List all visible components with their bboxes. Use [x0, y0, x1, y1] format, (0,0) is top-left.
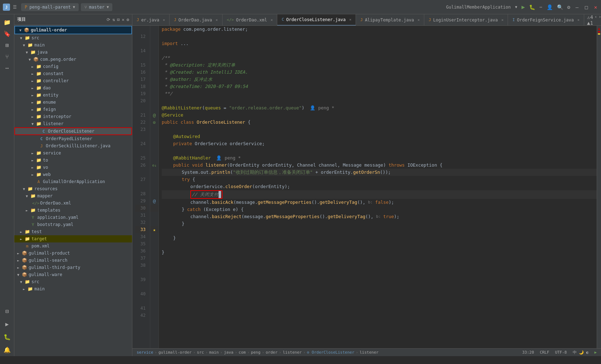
close-button[interactable]: ✕ [593, 5, 598, 10]
tree-item-templates[interactable]: ► 📁 templates [14, 207, 132, 214]
tab-left-arrow[interactable]: ‹ [595, 14, 597, 26]
charset[interactable]: UTF-8 [555, 350, 567, 355]
tree-item-controller[interactable]: ► 📁 controller [14, 77, 132, 84]
tree-item-gulimall-product[interactable]: ► 📦 gulimall-product [14, 250, 132, 257]
gutter-at-icon[interactable]: @ [150, 197, 158, 205]
tab-LoginUserInterceptor-close[interactable]: ✕ [501, 18, 503, 22]
tree-item-ware-main[interactable]: ► 📁 main [14, 285, 132, 292]
tab-er-java[interactable]: J er.java ✕ [132, 14, 170, 26]
tab-scroll-arrows[interactable]: ⚠4 ▲1 ‹ › ≡ [584, 14, 601, 26]
sidebar-project-icon[interactable]: 📁 [2, 17, 12, 27]
bc-src[interactable]: src [197, 350, 204, 355]
tree-item-service[interactable]: ► 📁 service [14, 149, 132, 157]
settings-tree-icon[interactable]: ⚙ [127, 17, 129, 22]
branch-tab[interactable]: ⑂ master ▼ [81, 3, 112, 11]
tree-item-gulimall-third-party[interactable]: ► 📦 gulimall-third-party [14, 264, 132, 271]
tree-item-feign[interactable]: ► 📁 feign [14, 106, 132, 113]
bc-gulimall-order[interactable]: gulimall-order [158, 350, 192, 355]
tree-item-vo[interactable]: ► 📁 vo [14, 164, 132, 171]
tab-OrderCloseListener-close[interactable]: ✕ [349, 18, 351, 21]
sidebar-notification-icon[interactable]: 🔔 [2, 345, 12, 355]
tab-OrderFeignService-java[interactable]: I OrderFeignService.java ✕ [508, 14, 584, 26]
tree-item-OrderSeckillListener[interactable]: ► J OrderSeckillListener.java [14, 142, 132, 149]
bc-main[interactable]: main [209, 350, 219, 355]
collapse-icon[interactable]: ⊟ [117, 17, 119, 22]
tab-OrderDao-xml[interactable]: </> OrderDao.xml ✕ [223, 14, 278, 26]
search-icon[interactable]: 🔍 [557, 4, 563, 10]
gutter-rabbit-icon[interactable]: @ [150, 112, 158, 119]
run-status-icon[interactable]: ▶ [594, 350, 597, 355]
sidebar-run-icon[interactable]: ▶ [2, 319, 12, 329]
close-tree-icon[interactable]: ✕ [122, 17, 124, 22]
tree-item-src[interactable]: ▼ 📁 src [14, 34, 132, 41]
tree-item-package[interactable]: ▼ 📦 com.peng.order [14, 56, 132, 63]
bc-service[interactable]: service [137, 350, 153, 355]
tab-right-arrow[interactable]: › [598, 14, 601, 26]
tab-LoginUserInterceptor-java[interactable]: J LoginUserInterceptor.java ✕ [424, 14, 508, 26]
tree-item-OrderCloseListener[interactable]: ► C OrderCloseListener [14, 127, 132, 135]
gutter-autowired-icon[interactable]: ⊙↓ [150, 162, 158, 169]
tree-item-config[interactable]: ► 📁 config [14, 63, 132, 70]
tree-item-java[interactable]: ▼ 📁 java [14, 49, 132, 56]
tab-AlipayTemplate-java[interactable]: J AlipayTemplate.java ✕ [356, 14, 424, 26]
tree-item-OrderPayedListener[interactable]: ► C OrderPayedListener [14, 135, 132, 142]
code-content[interactable]: package com.peng.order.listener; import … [159, 26, 597, 348]
tree-item-constant[interactable]: ► 📁 constant [14, 70, 132, 77]
gutter-service-icon[interactable]: ⊙ [150, 119, 158, 126]
sidebar-bookmark-icon[interactable]: 🔖 [2, 29, 12, 39]
tab-er-java-close[interactable]: ✕ [163, 18, 165, 22]
bc-listener[interactable]: listener [283, 350, 302, 355]
tree-item-ware-src[interactable]: ▼ 📁 src [14, 278, 132, 285]
sidebar-debug-icon[interactable]: 🐛 [2, 332, 12, 342]
tab-OrderDao-java-close[interactable]: ✕ [216, 18, 218, 22]
tab-OrderDao-java[interactable]: J OrderDao.java ✕ [170, 14, 223, 26]
settings-icon[interactable]: ⚙ [567, 4, 570, 10]
error-indicator[interactable]: ▲ [597, 26, 601, 31]
bc-class[interactable]: ⊙ OrderCloseListener [307, 350, 354, 355]
tree-item-main[interactable]: ▼ 📁 main [14, 41, 132, 49]
tree-item-GulimallOrderApplication[interactable]: ► A GulimallOrderApplication [14, 178, 132, 185]
tree-item-interceptor[interactable]: ► 📁 interceptor [14, 113, 132, 120]
bc-java[interactable]: java [224, 350, 234, 355]
tree-item-resources[interactable]: ▼ 📁 resources [14, 185, 132, 192]
tree-item-application-yaml[interactable]: ► Y application.yaml [14, 214, 132, 221]
project-tab[interactable]: P peng-mall-parent ▼ [21, 3, 79, 11]
tree-item-pom-xml[interactable]: ► m pom.xml [14, 242, 132, 250]
tree-item-target[interactable]: ► 📁 target [14, 235, 132, 242]
profile-icon[interactable]: 👤 [547, 4, 553, 10]
tab-OrderFeignService-close[interactable]: ✕ [577, 18, 580, 22]
tab-OrderCloseListener-java[interactable]: C OrderCloseListener.java ✕ [277, 14, 356, 26]
bc-method[interactable]: listener [360, 350, 378, 355]
tree-item-test[interactable]: ► 📁 test [14, 228, 132, 235]
line-ending[interactable]: CRLF [540, 350, 549, 355]
tree-item-to[interactable]: ► 📁 to [14, 157, 132, 164]
sidebar-structure-icon[interactable]: ⊞ [2, 40, 12, 50]
tree-item-enume[interactable]: ► 📁 enume [14, 99, 132, 106]
minimize-button[interactable]: — [575, 5, 580, 10]
debug-icon[interactable]: 🐛 [529, 4, 535, 10]
tree-item-dao[interactable]: ► 📁 dao [14, 84, 132, 92]
tree-item-web[interactable]: ► 📁 web [14, 171, 132, 178]
tree-item-gulimall-order[interactable]: ▼ 📦 gulimall-order [14, 26, 132, 34]
expand-icon[interactable]: ⇅ [112, 17, 115, 22]
more-icon[interactable]: ⋯ [539, 5, 542, 10]
sync-icon[interactable]: ⟳ [107, 17, 110, 22]
sidebar-git-icon[interactable]: ⑂ [2, 51, 12, 62]
tree-item-gulimall-search[interactable]: ► 📦 gulimall-search [14, 257, 132, 264]
hamburger-icon[interactable]: ☰ [13, 5, 17, 10]
bc-peng[interactable]: peng [251, 350, 261, 355]
tree-item-gulimall-ware[interactable]: ▼ 📦 gulimall-ware [14, 271, 132, 278]
tab-OrderDao-xml-close[interactable]: ✕ [270, 18, 273, 22]
tab-AlipayTemplate-close[interactable]: ✕ [417, 18, 420, 22]
gutter-star-icon[interactable]: ★ [150, 226, 158, 233]
tree-item-OrderDao-xml[interactable]: ► </> OrderDao.xml [14, 200, 132, 207]
tree-item-entity[interactable]: ► 📁 entity [14, 92, 132, 99]
tree-item-mapper[interactable]: ▼ 📁 mapper [14, 192, 132, 200]
bc-com[interactable]: com [239, 350, 246, 355]
sidebar-more-icon[interactable]: ⋯ [2, 63, 12, 73]
maximize-button[interactable]: □ [584, 5, 589, 10]
bc-order[interactable]: order [266, 350, 278, 355]
tree-item-listener[interactable]: ▼ 📁 listener [14, 120, 132, 127]
tree-item-bootstrap-yaml[interactable]: ► Y bootstrap.yaml [14, 221, 132, 228]
sidebar-terminal-icon[interactable]: ⊟ [2, 306, 12, 316]
